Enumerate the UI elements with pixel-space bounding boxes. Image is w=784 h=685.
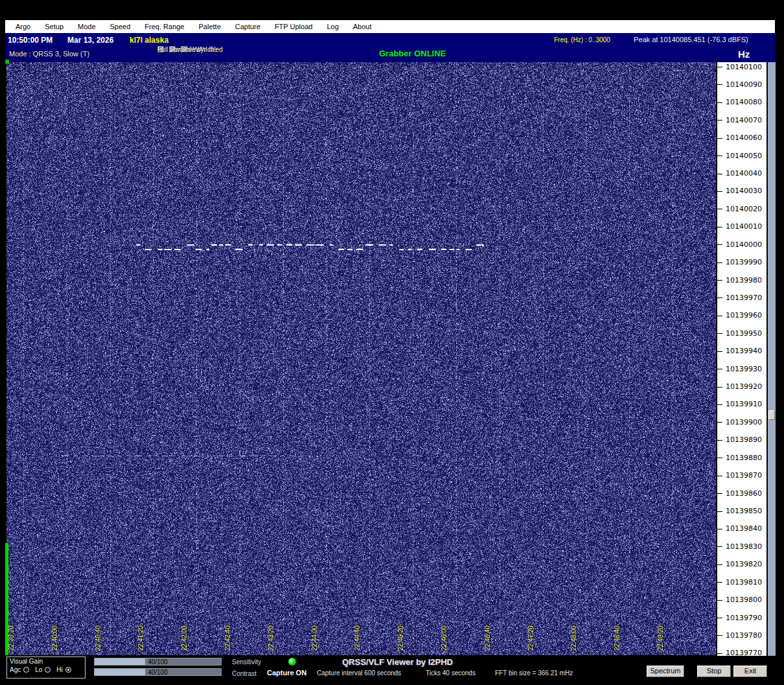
- freq-label: 10140070: [726, 116, 762, 124]
- freq-label: 10140030: [726, 187, 762, 195]
- sensitivity-slider[interactable]: 40/100: [94, 658, 222, 666]
- time-tick-label: 22:46:00: [441, 625, 448, 651]
- freq-tick-mark: [717, 174, 722, 174]
- freq-label: 10139970: [726, 294, 762, 302]
- radio-label: Hi: [56, 666, 62, 673]
- argo-app-window: ArgoSetupModeSpeedFreq. RangePaletteCapt…: [0, 0, 784, 685]
- menu-item-palette[interactable]: Palette: [192, 23, 229, 30]
- exit-button[interactable]: Exit: [733, 666, 767, 677]
- freq-tick-mark: [717, 191, 722, 192]
- freq-tick-mark: [717, 120, 722, 121]
- freq-label: 10139870: [726, 471, 762, 480]
- freq-tick-mark: [717, 333, 722, 334]
- spectrum-button[interactable]: Spectrum: [647, 666, 684, 677]
- radio-label: Agc: [10, 666, 21, 673]
- app-title: QRSS/VLF Viewer by I2PHD: [342, 657, 453, 667]
- freq-label: 10139820: [726, 560, 762, 568]
- freq-tick-mark: [717, 156, 722, 156]
- contrast-slider[interactable]: 40/100: [94, 668, 222, 676]
- visual-gain-option-agc[interactable]: Agc: [10, 666, 29, 673]
- time-tick-label: 22:40:40: [95, 625, 102, 651]
- freq-tick-mark: [717, 440, 722, 441]
- control-strip: Mode : QRSS 3, Slow (T) Full Band ViewSa…: [5, 47, 775, 62]
- visual-gain-options: AgcLoHi: [10, 666, 82, 673]
- radio-icon[interactable]: [23, 667, 29, 673]
- freq-label: 10139930: [726, 365, 762, 373]
- freq-tick-mark: [717, 529, 722, 529]
- freq-tick-mark: [717, 244, 722, 245]
- time-tick-label: 22:44:00: [311, 625, 319, 651]
- freq-label: 10139940: [726, 347, 762, 355]
- menu-item-log[interactable]: Log: [320, 23, 346, 30]
- freq-tick-mark: [717, 297, 722, 298]
- freq-tick-mark: [717, 84, 722, 85]
- time-tick-label: 22:39:20: [8, 625, 16, 651]
- fft-bin-label: FFT bin size = 366.21 mHz: [495, 669, 573, 677]
- freq-label: 10139810: [726, 578, 762, 586]
- waterfall-canvas: [6, 62, 716, 655]
- time-tick-label: 22:48:40: [614, 625, 621, 651]
- radio-icon[interactable]: [65, 667, 71, 673]
- visual-gain-title: Visual Gain: [10, 658, 82, 665]
- freq-label: 10139990: [726, 258, 762, 266]
- freq-label: 10139960: [726, 311, 762, 319]
- freq-label: 10139850: [726, 507, 762, 515]
- title-bar: 10:50:00 PM Mar 13, 2026 kl7l alaska Fre…: [5, 33, 775, 47]
- freq-label: 10140100: [726, 63, 762, 71]
- capture-interval-label: Capture interval 600 seconds: [317, 669, 401, 677]
- freq-label: 10139910: [726, 400, 762, 408]
- visual-gain-option-hi[interactable]: Hi: [56, 666, 71, 673]
- freq-label: 10140080: [726, 98, 762, 106]
- menu-item-about[interactable]: About: [347, 23, 380, 30]
- freq-label: 10139980: [726, 276, 762, 284]
- time-tick-label: 22:42:00: [181, 625, 189, 651]
- grabber-status: Grabber ONLINE: [379, 49, 446, 58]
- freq-label: 10139780: [726, 631, 762, 640]
- menu-item-capture[interactable]: Capture: [229, 23, 268, 30]
- freq-tick-mark: [717, 67, 722, 67]
- visual-gain-option-lo[interactable]: Lo: [35, 666, 51, 673]
- time-tick-label: 22:40:00: [51, 625, 59, 651]
- menu-item-setup[interactable]: Setup: [38, 23, 71, 30]
- freq-tick-mark: [717, 387, 722, 388]
- freq-tick-mark: [717, 138, 722, 139]
- time-tick-label: 22:45:20: [397, 625, 405, 651]
- clock-date: Mar 13, 2026: [67, 36, 113, 45]
- contrast-label: Contrast: [232, 670, 257, 677]
- time-tick-label: 22:46:40: [484, 625, 492, 651]
- freq-label: 10140050: [726, 152, 762, 160]
- freq-label: 10139880: [726, 454, 762, 462]
- scrollbar-thumb[interactable]: [768, 410, 775, 420]
- menu-item-freq-range[interactable]: Freq. Range: [138, 23, 192, 30]
- freq-label: 10139840: [726, 524, 762, 533]
- freq-tick-mark: [717, 280, 722, 281]
- freq-label: 10140040: [726, 169, 762, 178]
- peak-readout: Peak at 10140085.451 (-76.3 dBFS): [634, 36, 748, 43]
- hz-axis-label: Hz: [738, 49, 750, 60]
- time-tick-label: 22:42:40: [224, 625, 232, 651]
- freq-tick-mark: [717, 458, 722, 458]
- freq-tick-mark: [717, 262, 722, 263]
- radio-label: Lo: [35, 666, 42, 673]
- freq-tick-mark: [717, 102, 722, 103]
- menu-item-speed[interactable]: Speed: [104, 23, 139, 30]
- freq-label: 10140090: [726, 80, 762, 89]
- freq-scrollbar[interactable]: [768, 62, 776, 656]
- freq-tick-mark: [717, 209, 722, 209]
- stop-button[interactable]: Stop: [697, 666, 731, 677]
- menu-item-argo[interactable]: Argo: [9, 23, 38, 30]
- scan-line-marker: [5, 60, 9, 64]
- freq-label: 10140000: [726, 240, 762, 249]
- freq-tick-mark: [717, 351, 722, 352]
- menu-item-ftp-upload[interactable]: FTP Upload: [268, 23, 321, 30]
- menu-item-mode[interactable]: Mode: [71, 23, 104, 30]
- freq-tick-mark: [717, 635, 722, 636]
- freq-tick-mark: [717, 369, 722, 369]
- visual-gain-box: Visual Gain AgcLoHi: [6, 656, 86, 679]
- capture-led-icon: [288, 658, 296, 666]
- time-tick-label: 22:48:00: [570, 625, 578, 651]
- bottom-bar: Visual Gain AgcLoHi 40/100 40/100 Sensit…: [5, 656, 775, 680]
- freq-tick-mark: [717, 618, 722, 618]
- radio-icon[interactable]: [45, 667, 51, 673]
- freq-tick-mark: [717, 404, 722, 405]
